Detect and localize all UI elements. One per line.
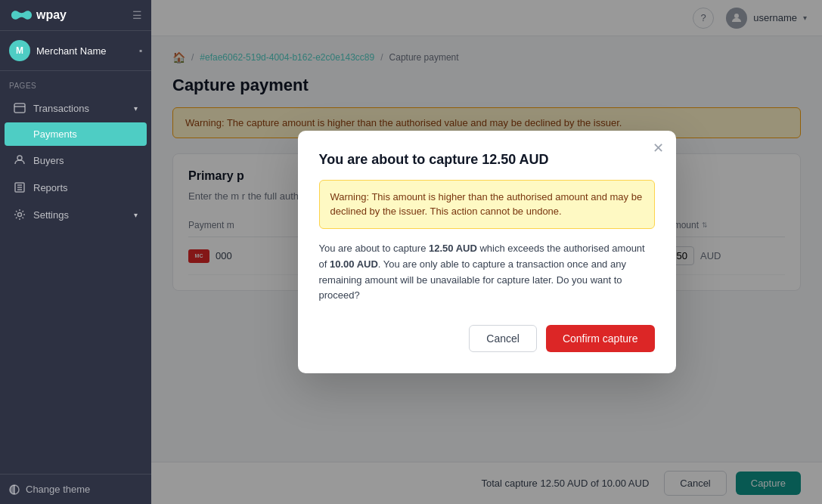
sidebar-item-settings[interactable]: Settings ▾ [5,202,147,227]
sidebar-item-payments[interactable]: Payments [5,122,147,146]
main-area: ? username ▾ 🏠 / #efae6062-519d-4004-b16… [151,0,822,504]
svg-point-7 [18,213,22,217]
change-theme-button[interactable]: Change theme [9,484,142,495]
sidebar-toggle-icon[interactable]: ☰ [132,9,142,21]
sidebar-bottom: Change theme [0,474,151,504]
sidebar-item-buyers[interactable]: Buyers [5,147,147,173]
modal-overlay: ✕ You are about to capture 12.50 AUD War… [151,0,822,504]
modal-confirm-button[interactable]: Confirm capture [546,325,655,352]
modal-body-text: You are about to capture 12.50 AUD which… [319,241,655,304]
change-theme-label: Change theme [26,484,90,495]
settings-label: Settings [33,209,69,221]
modal-cancel-button[interactable]: Cancel [469,325,537,352]
sidebar-item-transactions[interactable]: Transactions ▾ [5,95,147,121]
modal-capture-amount: 12.50 AUD [429,243,477,254]
merchant-expand-icon: ▪ [139,45,142,56]
modal-warning-box: Warning: This amount is higher than the … [319,180,655,229]
modal-auth-amount: 10.00 AUD [330,258,378,270]
modal-close-button[interactable]: ✕ [653,141,664,155]
merchant-name: Merchant Name [36,45,133,57]
transactions-label: Transactions [33,103,89,114]
reports-label: Reports [33,182,68,193]
buyers-label: Buyers [33,155,64,166]
sidebar-header: wpay ☰ [0,0,151,31]
svg-rect-0 [14,104,25,113]
sidebar: wpay ☰ M Merchant Name ▪ PAGES Transacti… [0,0,151,504]
modal-title: You are about to capture 12.50 AUD [319,152,655,168]
payments-label: Payments [33,128,77,140]
merchant-avatar: M [9,40,30,61]
transactions-chevron-icon: ▾ [134,104,138,113]
merchant-row[interactable]: M Merchant Name ▪ [0,31,151,71]
pages-section-label: PAGES [0,71,151,94]
modal-actions: Cancel Confirm capture [319,325,655,352]
settings-chevron-icon: ▾ [134,211,138,219]
svg-point-2 [17,156,22,160]
logo-text: wpay [36,8,67,22]
confirm-capture-modal: ✕ You are about to capture 12.50 AUD War… [298,131,676,373]
sidebar-logo: wpay [9,8,67,23]
sidebar-item-reports[interactable]: Reports [5,175,147,200]
